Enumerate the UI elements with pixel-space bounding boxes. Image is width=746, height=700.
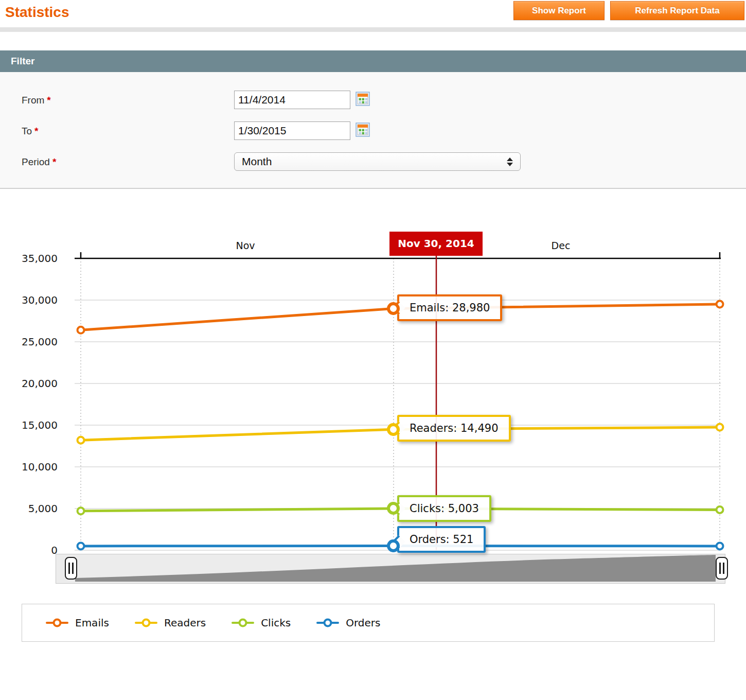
- data-point-emails[interactable]: [78, 327, 84, 334]
- x-axis-label-nov: Nov: [194, 240, 297, 251]
- from-date-picker-button[interactable]: [355, 92, 370, 107]
- period-select[interactable]: Month: [234, 152, 521, 171]
- filter-panel: Filter From*: [0, 50, 746, 189]
- range-scrollbar[interactable]: [56, 554, 725, 584]
- legend-label: Readers: [164, 617, 206, 629]
- filter-header: Filter: [0, 50, 746, 72]
- legend-marker-orders: [316, 622, 339, 624]
- hover-date-badge: Nov 30, 2014: [389, 232, 483, 256]
- legend-label: Emails: [75, 617, 109, 629]
- show-report-button[interactable]: Show Report: [513, 1, 605, 20]
- data-point-orders[interactable]: [717, 542, 723, 549]
- from-date-input[interactable]: [234, 91, 350, 109]
- chart-canvas[interactable]: [0, 226, 746, 592]
- filter-title: Filter: [11, 56, 34, 66]
- data-point-orders[interactable]: [78, 542, 84, 549]
- tooltip-orders: Orders: 521: [397, 526, 486, 553]
- filter-body: From* To*: [0, 72, 746, 189]
- hover-point-emails[interactable]: [387, 302, 400, 315]
- required-asterisk: *: [52, 156, 56, 167]
- legend-label: Orders: [346, 617, 380, 629]
- statistics-page: Statistics Show Report Refresh Report Da…: [0, 0, 746, 700]
- legend-item-readers[interactable]: Readers: [135, 617, 206, 629]
- data-point-emails[interactable]: [717, 301, 723, 308]
- to-label: To*: [22, 126, 38, 137]
- data-point-clicks[interactable]: [78, 507, 84, 514]
- legend-item-clicks[interactable]: Clicks: [232, 617, 291, 629]
- data-point-readers[interactable]: [78, 437, 84, 444]
- tooltip-clicks: Clicks: 5,003: [397, 495, 491, 522]
- data-point-readers[interactable]: [717, 424, 723, 431]
- range-slider-left-handle[interactable]: [65, 557, 77, 580]
- period-selected-value: Month: [242, 155, 507, 168]
- handle-grip-icon: [719, 563, 721, 574]
- legend-label: Clicks: [261, 617, 291, 629]
- calendar-icon: [356, 122, 370, 137]
- x-axis-label-dec: Dec: [509, 240, 612, 251]
- required-asterisk: *: [47, 95, 50, 106]
- handle-grip-icon: [68, 563, 70, 574]
- period-label: Period*: [22, 156, 56, 168]
- to-date-picker-button[interactable]: [355, 122, 370, 138]
- from-label: From*: [22, 95, 51, 106]
- required-asterisk: *: [34, 126, 38, 136]
- legend-marker-emails: [46, 622, 68, 624]
- page-header: Statistics Show Report Refresh Report Da…: [0, 0, 746, 27]
- legend-marker-readers: [135, 622, 157, 624]
- hover-point-readers[interactable]: [387, 423, 400, 436]
- legend-item-emails[interactable]: Emails: [46, 617, 109, 629]
- chart-legend: Emails Readers Clicks Orders: [22, 604, 715, 642]
- refresh-report-data-button[interactable]: Refresh Report Data: [610, 1, 744, 20]
- content-divider: [0, 27, 746, 32]
- legend-item-orders[interactable]: Orders: [316, 617, 380, 629]
- hover-point-orders[interactable]: [387, 539, 400, 552]
- calendar-icon: [356, 92, 370, 106]
- tooltip-readers: Readers: 14,490: [397, 415, 511, 442]
- to-date-input[interactable]: [234, 121, 350, 140]
- range-slider-right-handle[interactable]: [716, 557, 728, 580]
- chart-area: 35,00030,00025,00020,00015,00010,0005,00…: [0, 226, 746, 592]
- tooltip-emails: Emails: 28,980: [397, 294, 502, 321]
- legend-marker-clicks: [232, 622, 254, 624]
- range-overview-area: [56, 554, 724, 582]
- select-arrows-icon: [507, 157, 513, 166]
- page-title: Statistics: [5, 4, 69, 21]
- data-point-clicks[interactable]: [717, 506, 723, 513]
